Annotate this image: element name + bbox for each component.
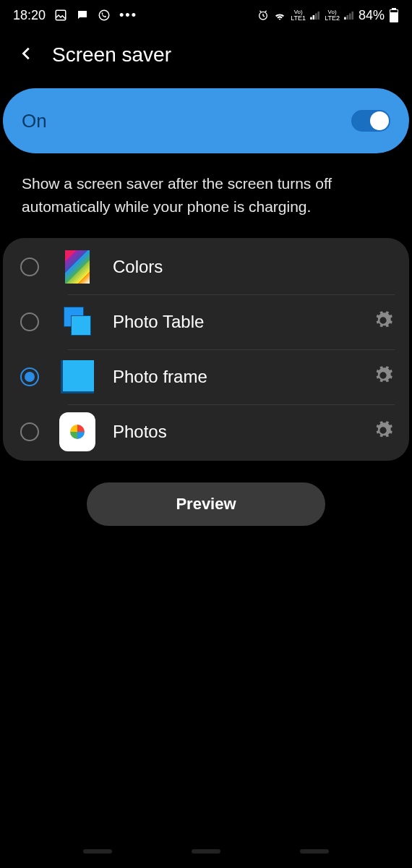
status-right: Vo)LTE1 Vo)LTE2 84% (257, 8, 399, 23)
gear-icon (373, 310, 393, 331)
radio-colors[interactable] (20, 258, 39, 276)
page-title: Screen saver (52, 43, 171, 67)
option-photo-frame[interactable]: Photo frame (3, 349, 409, 404)
toggle-switch[interactable] (351, 110, 390, 132)
photo-table-icon (59, 304, 95, 340)
battery-percent: 84% (359, 8, 385, 23)
svg-rect-12 (392, 8, 396, 9)
option-photos[interactable]: Photos (3, 404, 409, 459)
svg-point-1 (99, 10, 109, 20)
option-label: Photos (113, 422, 373, 442)
svg-rect-9 (349, 13, 351, 20)
options-list: Colors Photo Table Photo frame Photos (3, 238, 409, 461)
gear-icon (373, 420, 393, 441)
toggle-label: On (22, 110, 47, 132)
header: Screen saver (0, 30, 412, 85)
svg-rect-0 (56, 10, 66, 20)
option-label: Photo frame (113, 367, 373, 387)
message-icon (76, 9, 89, 22)
radio-photo-frame[interactable] (20, 367, 39, 386)
back-arrow-icon (19, 46, 35, 61)
signal1-icon (310, 11, 320, 20)
wifi-icon (273, 10, 286, 20)
svg-rect-10 (351, 12, 353, 20)
master-toggle-card[interactable]: On (3, 88, 409, 153)
svg-rect-4 (313, 15, 315, 20)
gear-icon (373, 365, 393, 386)
nav-back[interactable] (300, 849, 329, 854)
nav-home[interactable] (192, 849, 220, 854)
status-time: 18:20 (13, 8, 46, 23)
google-photos-icon (59, 414, 95, 450)
nav-recent[interactable] (83, 849, 112, 854)
svg-rect-5 (315, 13, 317, 20)
more-icon: ••• (119, 8, 137, 23)
description-text: Show a screen saver after the screen tur… (0, 153, 412, 234)
photo-frame-icon (59, 359, 95, 395)
svg-rect-13 (390, 10, 398, 12)
settings-button-photo-frame[interactable] (373, 365, 393, 388)
option-colors[interactable]: Colors (3, 239, 409, 294)
preview-button[interactable]: Preview (87, 482, 325, 526)
settings-button-photo-table[interactable] (373, 310, 393, 333)
option-label: Colors (113, 257, 393, 277)
option-label: Photo Table (113, 312, 373, 332)
battery-icon (389, 8, 399, 22)
option-photo-table[interactable]: Photo Table (3, 294, 409, 349)
image-icon (54, 9, 67, 22)
radio-photo-table[interactable] (20, 312, 39, 331)
toggle-knob (370, 111, 389, 130)
settings-button-photos[interactable] (373, 420, 393, 443)
radio-photos[interactable] (20, 422, 39, 441)
svg-rect-8 (347, 15, 349, 20)
sim2-icon: Vo)LTE2 (325, 9, 340, 22)
colors-icon (59, 249, 95, 285)
svg-rect-6 (318, 12, 320, 20)
svg-rect-3 (310, 17, 312, 20)
status-left: 18:20 ••• (13, 8, 137, 23)
sim1-icon: Vo)LTE1 (291, 9, 306, 22)
signal2-icon (344, 11, 354, 20)
navigation-bar (0, 849, 412, 868)
status-bar: 18:20 ••• Vo)LTE1 Vo)LTE2 84% (0, 0, 412, 30)
alarm-icon (257, 9, 269, 21)
back-button[interactable] (19, 46, 35, 64)
whatsapp-icon (98, 9, 111, 22)
svg-rect-7 (344, 17, 346, 20)
